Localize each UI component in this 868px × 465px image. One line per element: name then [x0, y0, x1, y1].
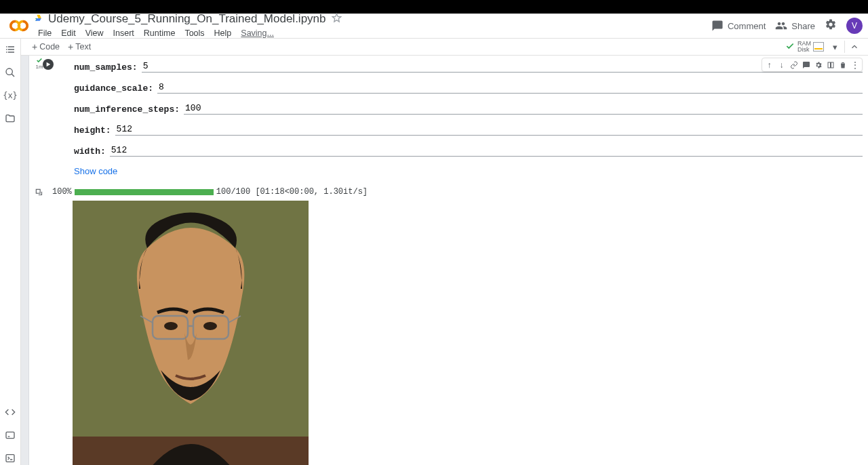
exec-success-icon [36, 57, 43, 64]
param-input-num-samples[interactable] [142, 61, 863, 73]
save-status: Saving... [237, 27, 278, 39]
menu-tools[interactable]: Tools [180, 27, 208, 39]
cell-gutter [21, 56, 29, 186]
user-avatar[interactable]: V [846, 18, 863, 34]
comment-icon [711, 20, 724, 32]
toc-button[interactable] [3, 43, 17, 56]
param-label-num-samples: num_samples: [74, 62, 138, 73]
menu-help[interactable]: Help [210, 27, 236, 39]
progress-bar [75, 189, 214, 195]
param-input-num-inference-steps[interactable] [184, 103, 863, 115]
code-snippets-button[interactable] [3, 405, 17, 419]
progress-percent: 100% [52, 187, 72, 197]
cell-settings-button[interactable] [812, 59, 824, 70]
cell-toolbar: ↑ ↓ ⋮ [762, 58, 863, 72]
document-title[interactable]: Udemy_Course_5_Running_On_Trained_Model.… [48, 12, 326, 26]
app-header: Udemy_Course_5_Running_On_Trained_Model.… [0, 14, 868, 39]
cell-more-button[interactable]: ⋮ [849, 59, 861, 70]
comment-button[interactable]: Comment [711, 20, 766, 32]
gear-icon [825, 18, 837, 31]
notebook-content: 1m ↑ ↓ ⋮ num_samples: [21, 56, 868, 465]
show-code-button[interactable]: Show code [74, 166, 863, 176]
move-cell-down-button[interactable]: ↓ [776, 59, 787, 70]
param-label-height: height: [74, 125, 111, 136]
command-palette-button[interactable] [3, 428, 17, 442]
add-code-button[interactable]: +Code [28, 40, 64, 54]
terminal-button[interactable] [3, 451, 17, 465]
settings-button[interactable] [825, 18, 837, 34]
delete-cell-button[interactable] [837, 59, 848, 70]
comment-cell-button[interactable] [800, 59, 812, 70]
resource-indicator[interactable]: RAM Disk [797, 41, 811, 53]
left-rail: {x} [0, 39, 21, 465]
param-input-guidance-scale[interactable] [157, 82, 863, 94]
star-icon[interactable] [332, 13, 342, 25]
svg-rect-7 [828, 62, 831, 68]
svg-rect-9 [36, 189, 40, 193]
move-cell-up-button[interactable]: ↑ [764, 59, 775, 70]
output-cell: 100% 100/100 [01:18<00:00, 1.30it/s] [21, 186, 868, 465]
menu-runtime[interactable]: Runtime [140, 27, 180, 39]
people-icon [775, 20, 787, 32]
param-input-width[interactable] [110, 145, 863, 157]
collapse-header-button[interactable] [848, 40, 861, 54]
os-titlebar [0, 0, 868, 14]
link-cell-button[interactable] [788, 59, 800, 70]
output-image-1 [73, 201, 309, 437]
menu-insert[interactable]: Insert [109, 27, 138, 39]
colab-logo [9, 16, 28, 35]
svg-rect-6 [6, 455, 14, 462]
progress-text: 100/100 [01:18<00:00, 1.30it/s] [216, 187, 368, 197]
exec-time: 1m [35, 64, 43, 70]
files-button[interactable] [3, 112, 17, 125]
output-indicator-icon[interactable] [29, 186, 50, 197]
menu-bar: File Edit View Insert Runtime Tools Help… [34, 27, 711, 39]
svg-rect-5 [6, 432, 14, 438]
svg-point-12 [203, 322, 217, 330]
resource-dropdown[interactable]: ▾ [828, 40, 842, 54]
notebook-toolbar: +Code +Text RAM Disk ▾ [21, 39, 868, 56]
connected-check-icon [785, 41, 795, 53]
param-label-width: width: [74, 146, 106, 157]
param-label-guidance-scale: guidance_scale: [74, 83, 153, 94]
menu-edit[interactable]: Edit [57, 27, 80, 39]
add-text-button[interactable]: +Text [64, 40, 95, 54]
menu-file[interactable]: File [34, 27, 56, 39]
param-input-height[interactable] [115, 124, 863, 136]
menu-view[interactable]: View [81, 27, 108, 39]
search-button[interactable] [3, 66, 17, 79]
code-cell: 1m ↑ ↓ ⋮ num_samples: [21, 56, 868, 186]
svg-point-4 [6, 68, 12, 75]
output-image-2 [73, 437, 309, 465]
cell-gutter [21, 186, 29, 465]
share-button[interactable]: Share [775, 20, 815, 32]
variables-button[interactable]: {x} [3, 89, 17, 102]
param-label-num-inference-steps: num_inference_steps: [74, 104, 180, 115]
svg-point-11 [164, 322, 178, 330]
drive-icon [34, 14, 43, 24]
mirror-cell-button[interactable] [825, 59, 836, 70]
resource-meter[interactable] [813, 42, 824, 52]
svg-rect-8 [831, 62, 833, 68]
